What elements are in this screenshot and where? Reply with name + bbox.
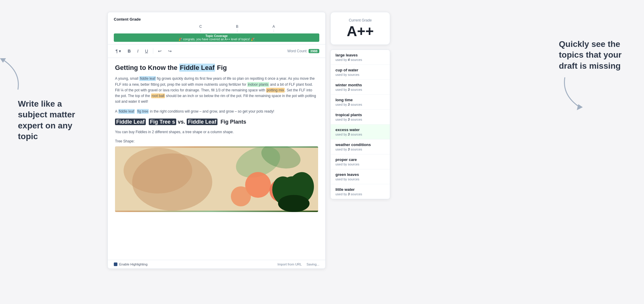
grade-bar: Topic Coverage 🎉 congrats, you have cove… — [114, 33, 319, 42]
topic-used: used by sources — [335, 162, 385, 166]
root-ball-highlight: root ball — [151, 93, 165, 98]
doc-para-3: You can buy Fiddles in 2 different shape… — [115, 129, 318, 135]
toolbar: ¶ ▾ B I U ↩ ↪ Word Count: 3988 — [108, 44, 325, 58]
editor-panel: Content Grade C : B : A — [108, 12, 326, 269]
saving-status: Saving... — [306, 262, 319, 266]
topic-name: tropical plants — [335, 113, 385, 117]
tree-shape-label: Tree Shape: — [115, 139, 318, 143]
topic-item[interactable]: excess waterused by 3 sources — [331, 125, 390, 139]
topic-name: winter months — [335, 83, 385, 87]
topic-name: green leaves — [335, 172, 385, 177]
left-annotation-text: Write like a subject matter expert on an… — [18, 99, 84, 142]
plant-image-bg — [115, 146, 318, 212]
topic-name: cup of water — [335, 68, 385, 72]
svg-point-13 — [278, 195, 309, 212]
toolbar-left: ¶ ▾ B I U ↩ ↪ — [114, 47, 174, 55]
enable-highlight-label: Enable Highlighting — [119, 262, 148, 266]
doc-para-2: A fiddle leaf fig tree in the right cond… — [115, 109, 318, 114]
doc-title: Getting to Know the Fiddle Leaf Fig — [115, 64, 318, 72]
topic-item[interactable]: large leavesused by 4 sources — [331, 50, 390, 65]
grade-bar-sublabel: 🎉 congrats, you have covered an A++ leve… — [179, 38, 254, 41]
topic-item[interactable]: weather conditionsused by 3 sources — [331, 139, 390, 154]
topic-item[interactable]: tropical plantsused by 3 sources — [331, 110, 390, 125]
main-area: Content Grade C : B : A — [108, 12, 533, 281]
doc-para-1: A young, small fiddle leaf fig grows qui… — [115, 76, 318, 105]
right-panel: Current Grade A++ large leavesused by 4 … — [330, 12, 390, 281]
word-count-label: Word Count: — [287, 49, 307, 53]
topic-item[interactable]: little waterused by 3 sources — [331, 184, 390, 199]
topic-name: excess water — [335, 128, 385, 132]
topic-used: used by sources — [335, 73, 385, 76]
topic-used: used by 3 sources — [335, 118, 385, 121]
left-arrow-icon — [0, 57, 27, 93]
topic-name: large leaves — [335, 53, 385, 57]
grade-labels: C : B : A : — [114, 24, 319, 33]
left-annotation: Write like a subject matter expert on an… — [18, 99, 84, 142]
toolbar-separator — [153, 48, 153, 54]
fig-tree-heading-highlight: Fig Tree s — [149, 119, 176, 125]
grade-bar-label: Topic Coverage — [206, 34, 228, 38]
fiddle-leaf-heading-highlight-2: Fiddle Leaf — [187, 119, 217, 125]
right-arrow-icon — [556, 74, 592, 110]
potting-mix-highlight: potting mix — [266, 88, 285, 93]
undo-button[interactable]: ↩ — [156, 47, 163, 55]
topic-used: used by 3 sources — [335, 88, 385, 91]
editor-content[interactable]: Getting to Know the Fiddle Leaf Fig A yo… — [108, 58, 325, 260]
highlight-checkbox[interactable] — [114, 262, 117, 266]
doc-heading-2: Fiddle Leaf Fig Tree s vs. Fiddle Leaf F… — [115, 119, 318, 125]
grade-card-label: Current Grade — [339, 18, 381, 22]
import-from-url[interactable]: Import from URL — [277, 262, 302, 266]
italic-button[interactable]: I — [136, 47, 140, 55]
topic-item[interactable]: winter monthsused by 3 sources — [331, 80, 390, 95]
grade-header-title: Content Grade — [114, 17, 319, 22]
grade-header: Content Grade C : B : A — [108, 12, 325, 44]
topic-item[interactable]: proper careused by sources — [331, 154, 390, 169]
svg-marker-1 — [577, 104, 583, 110]
fiddle-leaf-highlight-1: Fiddle Leaf — [179, 64, 215, 72]
fiddle-leaf-heading-highlight-1: Fiddle Leaf — [115, 119, 146, 125]
outer-wrapper: Write like a subject matter expert on an… — [0, 0, 644, 304]
word-count-area: Word Count: 3988 — [287, 49, 319, 53]
topic-item[interactable]: long timeused by 3 sources — [331, 95, 390, 110]
grade-card-value: A++ — [339, 24, 381, 39]
grade-bar-container: C : B : A : Topic — [114, 24, 319, 44]
topic-item[interactable]: cup of waterused by sources — [331, 65, 390, 80]
topic-item[interactable]: green leavesused by sources — [331, 169, 390, 184]
topic-name: proper care — [335, 157, 385, 162]
topic-used: used by 3 sources — [335, 133, 385, 136]
plant-image — [115, 146, 318, 212]
grade-card: Current Grade A++ — [330, 12, 390, 45]
topic-name: long time — [335, 98, 385, 102]
enable-highlight-area[interactable]: Enable Highlighting — [114, 262, 148, 266]
grade-label-c: C : — [199, 24, 202, 32]
topic-used: used by 4 sources — [335, 58, 385, 62]
topic-used: used by 3 sources — [335, 103, 385, 106]
topic-used: used by 3 sources — [335, 148, 385, 151]
svg-point-9 — [231, 186, 251, 206]
right-annotation-text: Quickly see the topics that your draft i… — [559, 39, 622, 70]
topic-used: used by 3 sources — [335, 192, 385, 196]
fiddle-leaf-inline-1: fiddle leaf — [139, 76, 156, 81]
indoor-plants-highlight: indoor plants — [247, 82, 269, 87]
right-annotation: Quickly see the topics that your draft i… — [559, 39, 628, 71]
word-count-value: 3988 — [309, 49, 319, 53]
grade-label-a: A : — [272, 24, 275, 32]
fig-tree-inline: fig tree — [137, 109, 149, 114]
redo-button[interactable]: ↪ — [166, 47, 174, 55]
svg-point-4 — [132, 153, 212, 211]
topics-panel: large leavesused by 4 sourcescup of wate… — [330, 50, 390, 199]
topic-used: used by sources — [335, 177, 385, 181]
grade-label-b: B : — [236, 24, 238, 32]
topic-name: weather conditions — [335, 142, 385, 147]
bold-button[interactable]: B — [126, 47, 132, 55]
svg-marker-0 — [0, 58, 6, 63]
topic-name: little water — [335, 187, 385, 192]
paragraph-button[interactable]: ¶ ▾ — [114, 47, 123, 55]
underline-button[interactable]: U — [143, 47, 150, 55]
bottom-right: Import from URL Saving... — [277, 262, 319, 266]
editor-bottom: Enable Highlighting Import from URL Savi… — [108, 260, 325, 268]
fiddle-leaf-inline-2: fiddle leaf — [118, 109, 135, 114]
